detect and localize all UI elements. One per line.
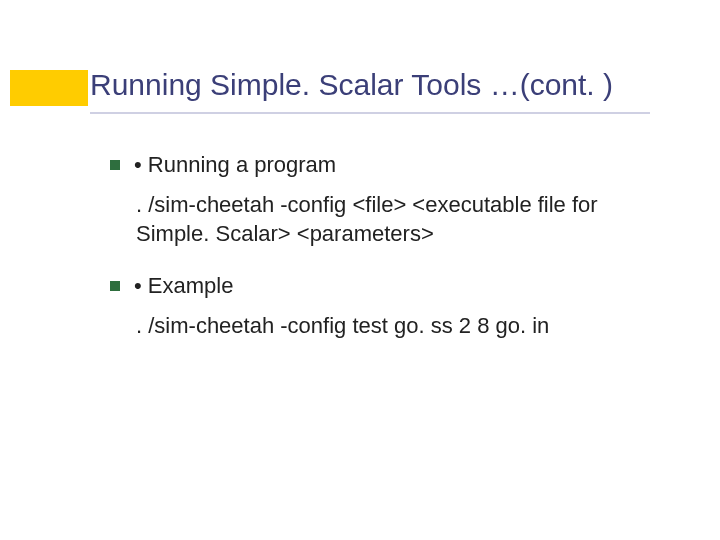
bullet-square-icon (110, 160, 120, 170)
bullet-item: • Example (110, 271, 650, 301)
bullet-heading: • Running a program (134, 150, 336, 180)
bullet-detail: . /sim-cheetah -config <file> <executabl… (136, 190, 650, 249)
slide-body: • Running a program . /sim-cheetah -conf… (110, 150, 650, 362)
title-underline (90, 112, 650, 114)
bullet-item: • Running a program (110, 150, 650, 180)
bullet-square-icon (110, 281, 120, 291)
slide-title: Running Simple. Scalar Tools …(cont. ) (90, 68, 613, 102)
accent-block (10, 70, 88, 106)
bullet-heading: • Example (134, 271, 233, 301)
bullet-detail: . /sim-cheetah -config test go. ss 2 8 g… (136, 311, 650, 341)
slide: Running Simple. Scalar Tools …(cont. ) •… (0, 0, 720, 540)
